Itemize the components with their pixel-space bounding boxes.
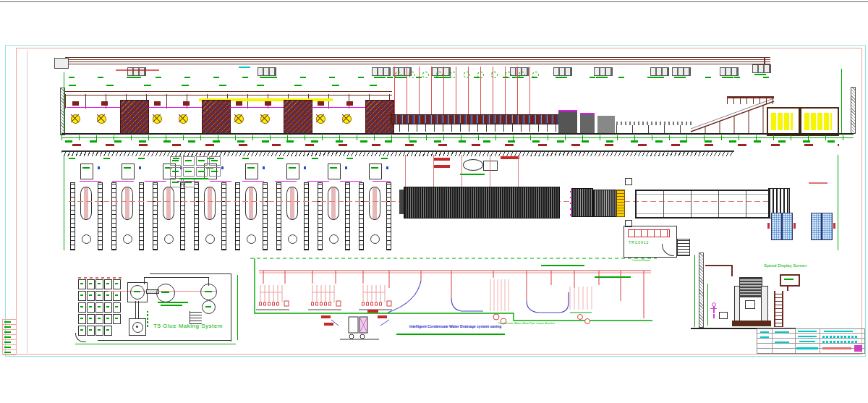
machine-frame [761, 286, 768, 322]
preheater-circle [519, 72, 525, 78]
door-swing [662, 244, 674, 256]
stacked-board [771, 113, 793, 130]
plan-roll-stand-row [69, 164, 399, 250]
single-facer-machine [284, 100, 312, 135]
bridge-equipment-box [594, 67, 613, 76]
starch-bag [87, 314, 95, 324]
overhead-cable-bridge [65, 57, 770, 64]
roll-stand-rail [304, 182, 309, 250]
plan-dimension-right [838, 155, 838, 250]
vertical-green-label [147, 311, 148, 327]
top-rule-line [0, 1, 868, 2]
condensate-main-green [255, 258, 652, 321]
bridge-equipment-box [553, 67, 572, 76]
single-facer-machine [365, 100, 394, 135]
preheater-row [395, 72, 546, 78]
title-block-grid-text [822, 341, 857, 343]
roll-core [205, 234, 215, 244]
title-block-grid-text [822, 336, 857, 338]
screen-readout [784, 279, 793, 280]
knife-jack [625, 178, 632, 185]
plan-roll-stand [151, 164, 192, 250]
rotary-shear [558, 110, 577, 135]
transfer-conveyor-stands [616, 125, 693, 133]
title-block [757, 328, 865, 354]
paper-roll-plan [328, 187, 339, 220]
bridge-equipment-box [258, 67, 276, 76]
paper-roll-plan [286, 187, 298, 220]
roll-stand-rail [276, 182, 281, 250]
pump-pipe [138, 301, 139, 318]
roll-stand-and-facer-module [230, 98, 312, 136]
plan-roll-stand [316, 164, 357, 250]
tall-coil-cluster [490, 279, 509, 324]
roll-stand-rail [153, 182, 158, 250]
plan-roll-stand [234, 164, 275, 250]
legend-row [3, 340, 16, 345]
steam-feed-pipes [405, 155, 542, 187]
control-rack-box [183, 167, 195, 177]
preheater-circle [491, 72, 498, 78]
starch-bag [104, 314, 112, 324]
shear-plan [571, 188, 593, 217]
plan-label-dashes [69, 158, 394, 159]
storage-tank-1 [200, 284, 217, 300]
paper-roll-plan [369, 187, 380, 220]
splicer-head [72, 101, 79, 106]
control-rack-box [170, 156, 182, 166]
title-block-text [775, 342, 789, 343]
down-stacker-1 [767, 107, 800, 136]
preheater-circle [436, 72, 443, 78]
speed-display-label: Speed Display Screen [764, 263, 807, 268]
glue-dimension-h [75, 344, 236, 344]
cutoff-knife [597, 116, 615, 133]
single-facer-machine [120, 100, 149, 135]
red-dash-line [78, 277, 123, 279]
slitter-scorer [580, 113, 595, 135]
splicer-web-plan-line [80, 181, 391, 182]
control-room-code: TRC0912 [629, 240, 649, 245]
pallet-arrow [793, 223, 796, 229]
dimension-line-vertical [841, 69, 842, 134]
roll-core [247, 234, 256, 244]
machine-name-label-dashes [72, 144, 839, 146]
preheater-circle [395, 72, 401, 78]
roll-stand-rail [263, 182, 268, 250]
tank-label [205, 291, 212, 292]
bridge-equipment-box [372, 67, 391, 76]
roll-stand-rail [359, 182, 364, 250]
splicer-head [236, 101, 242, 106]
glue-control-label [161, 305, 182, 306]
pallet-arrow [767, 223, 770, 229]
title-block-text [798, 336, 817, 337]
annotation-dash-red [116, 69, 159, 71]
operator-figure-legs [712, 313, 716, 319]
drainage-system-title: Intelligent Condensate Water Drainage sy… [409, 324, 501, 328]
starch-pallet-grid [78, 279, 126, 323]
overhead-bracket [705, 265, 733, 266]
roll-stand-rail [139, 182, 144, 250]
double-facer-plan [404, 187, 560, 219]
glue-system-title: T5 Glue Making System [153, 323, 223, 329]
machine-base [732, 321, 771, 326]
starch-bag [95, 291, 103, 301]
roll-stand-rail [318, 182, 323, 250]
legend-mini-table [2, 319, 17, 355]
starch-bag [87, 279, 95, 289]
slitter-plan [593, 190, 616, 217]
dimension-label-dashes [65, 140, 846, 143]
roll-stand-and-facer-module [67, 98, 148, 136]
plan-roll-stand [357, 164, 399, 250]
roller-stack [739, 277, 762, 297]
pink-label-dash [809, 182, 827, 184]
starch-bag [104, 291, 112, 301]
starch-bag [95, 302, 103, 313]
company-stamp [854, 345, 862, 352]
condensate-recovery-unit [321, 310, 389, 339]
access-ladder [774, 291, 783, 327]
heating-coil-group [256, 285, 392, 310]
splicer-head [183, 101, 190, 106]
board-pallet [811, 213, 822, 240]
control-rack-box [196, 167, 208, 177]
legend-row [3, 320, 16, 325]
